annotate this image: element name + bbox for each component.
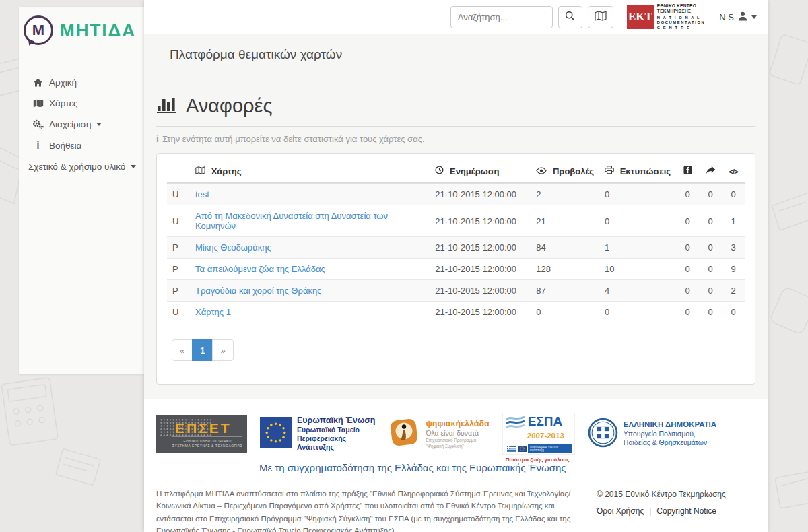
- prints-cell: 0: [599, 205, 676, 237]
- section-header: Αναφορές: [156, 95, 755, 116]
- digital-greece-logo[interactable]: ψηφιακήελλάδα Όλα είναι δυνατά Επιχειρησ…: [388, 416, 489, 451]
- map-link[interactable]: Τραγούδια και χοροί της Θράκης: [195, 286, 321, 296]
- share-count: 0: [699, 237, 722, 259]
- sidebar-item-related-material[interactable]: Σχετικό & χρήσιμο υλικό: [19, 156, 144, 177]
- table-row: P Τα απειλούμενα ζώα της Ελλάδας 21-10-2…: [167, 259, 745, 280]
- updated-column-header[interactable]: Ενημέρωση: [430, 159, 531, 183]
- eu-flag-logo[interactable]: Ευρωπαϊκή Ένωση Ευρωπαϊκό Ταμείο Περιφερ…: [260, 415, 375, 453]
- views-cell: 21: [531, 205, 599, 237]
- footer: ΕΠΣΕΤ ΕΘΝΙΚΟ ΠΛΗΡΟΦΟΡΙΑΚΟ ΣΥΣΤΗΜΑ ΕΡΕΥΝΑ…: [144, 399, 768, 532]
- page-title: Αναφορές: [186, 96, 272, 116]
- table-row: P Μίκης Θεοδωράκης 21-10-2015 12:00:00 8…: [167, 237, 745, 259]
- reports-table: Χάρτης Ενημέρωση Προβολές: [167, 159, 745, 323]
- hellenic-republic-emblem-icon: [588, 418, 618, 451]
- reports-card: Χάρτης Ενημέρωση Προβολές: [156, 153, 755, 385]
- printer-icon: [605, 166, 617, 176]
- home-icon: [32, 78, 44, 87]
- table-row: U Χάρτης 1 21-10-2015 12:00:00 0 0 0 0 0: [167, 302, 745, 323]
- pagination-prev[interactable]: «: [172, 339, 193, 361]
- facebook-icon: [683, 166, 692, 176]
- main-column: EKT ΕΘΝΙΚΟ ΚΕΝΤΡΟ ΤΕΚΜΗΡΙΩΣΗΣ N A T I O …: [144, 0, 768, 532]
- brand-logo[interactable]: M ΜΗΤΙΔΑ: [19, 7, 144, 45]
- search-button[interactable]: [558, 6, 582, 28]
- terms-link[interactable]: Όροι Χρήσης: [597, 506, 644, 516]
- platform-title: Πλατφόρμα θεματικών χαρτών: [156, 34, 755, 62]
- espa-logo[interactable]: ΕΣΠΑ 2007-2013 πρόγραμμα για την ανάπτυξ…: [502, 413, 575, 455]
- share-count: 0: [699, 183, 722, 205]
- sidebar-item-home[interactable]: Αρχική: [19, 72, 144, 93]
- status-badge: U: [167, 302, 190, 323]
- map-link[interactable]: Τα απειλούμενα ζώα της Ελλάδας: [195, 264, 325, 274]
- facebook-count: 0: [676, 205, 699, 237]
- share-column-header[interactable]: [699, 159, 722, 183]
- status-badge: P: [167, 280, 190, 302]
- ekt-logo-text: ΕΘΝΙΚΟ ΚΕΝΤΡΟ ΤΕΚΜΗΡΙΩΣΗΣ N A T I O N A …: [657, 3, 705, 31]
- map-link[interactable]: Χάρτης 1: [195, 307, 231, 317]
- sidebar-item-help[interactable]: i Βοήθεια: [19, 135, 144, 156]
- map-link[interactable]: Μίκης Θεοδωράκης: [195, 242, 271, 253]
- table-header-row: Χάρτης Ενημέρωση Προβολές: [167, 159, 745, 183]
- updated-cell: 21-10-2015 12:00:00: [430, 259, 531, 280]
- cofinancing-note: Με τη συγχρηματοδότηση της Ελλάδας και τ…: [259, 462, 750, 473]
- status-badge: P: [167, 237, 190, 259]
- prints-cell: 1: [599, 237, 676, 259]
- sidebar-item-label: Βοήθεια: [49, 141, 81, 151]
- facebook-column-header[interactable]: [676, 159, 699, 183]
- epset-logo[interactable]: ΕΠΣΕΤ ΕΘΝΙΚΟ ΠΛΗΡΟΦΟΡΙΑΚΟ ΣΥΣΤΗΜΑ ΕΡΕΥΝΑ…: [156, 415, 247, 453]
- info-icon: i: [32, 140, 44, 151]
- sidebar-item-maps[interactable]: Χάρτες: [19, 93, 144, 114]
- info-text: iΣτην ενότητα αυτή μπορείτε να δείτε στα…: [156, 133, 755, 144]
- status-badge: U: [167, 205, 190, 237]
- updated-cell: 21-10-2015 12:00:00: [430, 205, 531, 237]
- sidebar-item-label: Αρχική: [49, 77, 77, 88]
- prints-column-header[interactable]: Εκτυπώσεις: [599, 159, 676, 183]
- ekt-logo[interactable]: EKT ΕΘΝΙΚΟ ΚΕΝΤΡΟ ΤΕΚΜΗΡΙΩΣΗΣ N A T I O …: [627, 3, 705, 31]
- table-row: U test 21-10-2015 12:00:00 2 0 0 0 0: [167, 183, 745, 205]
- brand-logo-letter: M: [32, 22, 44, 39]
- map-icon: [195, 166, 208, 176]
- footer-about-text: Η πλατφόρμα ΜΗΤΙΔΑ αναπτύσσεται στο πλαί…: [156, 488, 575, 532]
- share-icon: [706, 166, 716, 176]
- copyright-notice-link[interactable]: Copyright Notice: [656, 506, 716, 516]
- embed-count: 3: [722, 237, 745, 259]
- embed-count: 0: [722, 183, 745, 205]
- brand-name: ΜΗΤΙΔΑ: [60, 20, 136, 41]
- info-icon: i: [156, 133, 159, 144]
- views-column-header[interactable]: Προβολές: [531, 159, 599, 183]
- map-column-header[interactable]: Χάρτης: [190, 159, 430, 183]
- map-icon: [32, 99, 44, 108]
- user-initials: N S: [719, 12, 734, 22]
- copyright-text: © 2015 Εθνικό Κέντρο Τεκμηρίωσης: [597, 490, 750, 499]
- map-link[interactable]: test: [195, 189, 209, 199]
- search-input[interactable]: [450, 6, 553, 28]
- status-badge: U: [167, 183, 190, 205]
- map-view-button[interactable]: [588, 6, 613, 28]
- updated-cell: 21-10-2015 12:00:00: [430, 280, 531, 302]
- sidebar-item-label: Σχετικό & χρήσιμο υλικό: [28, 162, 125, 172]
- views-cell: 84: [531, 237, 599, 259]
- table-row: P Τραγούδια και χοροί της Θράκης 21-10-2…: [167, 280, 745, 302]
- embed-column-header[interactable]: </>: [722, 159, 745, 183]
- embed-count: 2: [722, 280, 745, 302]
- top-bar: EKT ΕΘΝΙΚΟ ΚΕΝΤΡΟ ΤΕΚΜΗΡΙΩΣΗΣ N A T I O …: [144, 0, 768, 34]
- status-badge: P: [167, 259, 190, 280]
- status-column-header: [167, 159, 190, 183]
- facebook-count: 0: [676, 183, 699, 205]
- bar-chart-icon: [157, 95, 177, 116]
- table-row: U Από τη Μακεδονική Δυναστεία στη Δυναστ…: [167, 205, 745, 237]
- ekt-logo-mark: EKT: [627, 5, 654, 29]
- code-icon: </>: [729, 168, 738, 176]
- pagination-next[interactable]: »: [212, 339, 233, 361]
- map-link[interactable]: Από τη Μακεδονική Δυναστεία στη Δυναστεί…: [195, 211, 388, 231]
- share-count: 0: [699, 302, 722, 323]
- eu-mini-flag-icon: [518, 442, 527, 455]
- clock-icon: [435, 166, 446, 176]
- user-menu[interactable]: N S: [716, 11, 760, 23]
- updated-cell: 21-10-2015 12:00:00: [430, 237, 531, 259]
- user-icon: [738, 11, 747, 23]
- hellenic-republic-logo[interactable]: ΕΛΛΗΝΙΚΗ ΔΗΜΟΚΡΑΤΙΑ Υπουργείο Πολιτισμού…: [588, 418, 716, 451]
- share-count: 0: [699, 205, 722, 237]
- sidebar-item-admin[interactable]: Διαχείριση: [19, 114, 144, 135]
- pagination-page-1[interactable]: 1: [192, 339, 213, 361]
- prints-cell: 0: [599, 183, 676, 205]
